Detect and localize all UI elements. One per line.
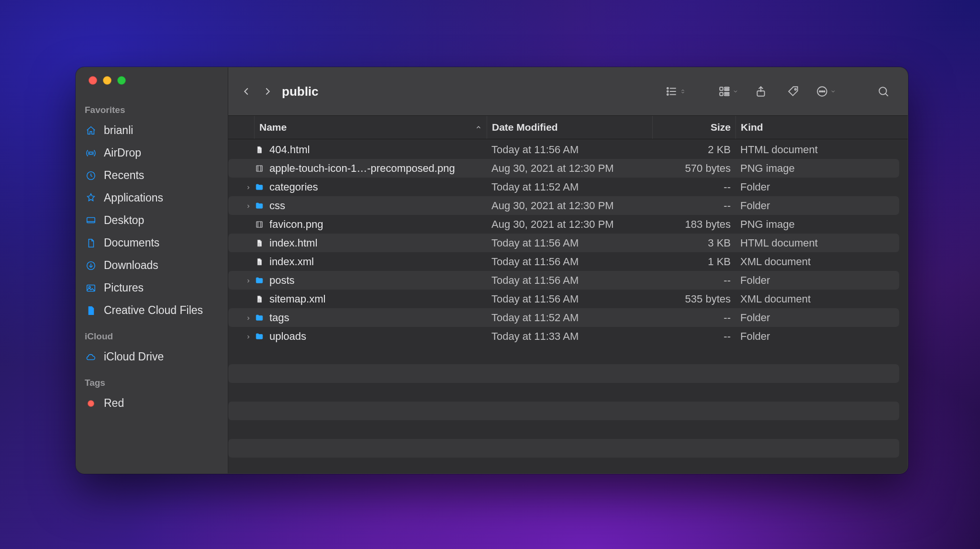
svg-rect-23 [256,222,262,227]
sidebar-item-icloud-drive[interactable]: iCloud Drive [76,346,228,368]
disclosure-triangle-icon[interactable] [245,330,251,343]
file-date: Today at 11:56 AM [487,293,652,305]
file-name: favicon.png [269,218,323,231]
sidebar-section-favorites-title: Favorites [76,101,228,119]
desktop: Favorites brianli AirDrop Recents Applic… [0,0,980,549]
svg-rect-9 [720,87,723,90]
file-row[interactable]: cssAug 30, 2021 at 12:30 PM--Folder [228,196,899,215]
file-date: Today at 11:56 AM [487,237,652,249]
file-size: -- [652,312,735,324]
file-row[interactable]: uploadsToday at 11:33 AM--Folder [228,327,899,346]
clock-icon [85,170,97,181]
image-file-icon [254,163,265,174]
folder-icon [254,313,265,323]
sidebar-item-tag-red[interactable]: Red [76,392,228,415]
file-kind: XML document [735,293,899,305]
file-kind: Folder [735,181,899,193]
sidebar-item-documents[interactable]: Documents [76,232,228,254]
file-name: posts [269,274,295,287]
sidebar: Favorites brianli AirDrop Recents Applic… [76,67,228,473]
sidebar-item-airdrop[interactable]: AirDrop [76,142,228,164]
svg-point-6 [667,88,668,89]
back-button[interactable] [236,81,257,102]
sidebar-section-icloud-title: iCloud [76,327,228,346]
file-row[interactable]: apple-touch-icon-1…-precomposed.pngAug 3… [228,159,899,178]
close-button[interactable] [89,76,97,85]
column-name[interactable]: Name [254,116,487,139]
file-size: 535 bytes [652,293,735,305]
document-file-icon [254,238,265,248]
window-title: public [282,84,319,99]
disclosure-triangle-icon[interactable] [245,200,251,212]
column-size[interactable]: Size [652,116,735,139]
sidebar-item-applications[interactable]: Applications [76,187,228,209]
file-row[interactable]: index.htmlToday at 11:56 AM3 KBHTML docu… [228,234,899,252]
empty-row [228,402,899,420]
file-row[interactable]: categoriesToday at 11:52 AM--Folder [228,178,899,196]
file-row[interactable]: favicon.pngAug 30, 2021 at 12:30 PM183 b… [228,215,899,234]
column-kind-label: Kind [741,122,763,133]
svg-rect-12 [720,92,723,96]
file-date: Today at 11:56 AM [487,144,652,156]
file-size: 570 bytes [652,162,735,175]
file-icon [85,305,97,316]
file-name: tags [269,312,290,324]
sidebar-item-creative-cloud[interactable]: Creative Cloud Files [76,299,228,322]
svg-point-18 [819,91,821,92]
sidebar-item-home[interactable]: brianli [76,119,228,142]
window-controls [76,76,228,85]
folder-icon [254,275,265,286]
cloud-icon [85,352,97,362]
sidebar-item-recents[interactable]: Recents [76,164,228,187]
svg-point-20 [824,91,825,92]
actions-button[interactable] [814,81,838,102]
file-size: -- [652,181,735,193]
zoom-button[interactable] [117,76,126,85]
column-date[interactable]: Date Modified [487,116,652,139]
document-file-icon [254,294,265,304]
disclosure-triangle-icon[interactable] [245,181,251,193]
sidebar-item-pictures[interactable]: Pictures [76,277,228,299]
file-name: index.html [269,237,317,249]
tags-button[interactable] [781,81,805,102]
file-row[interactable]: tagsToday at 11:52 AM--Folder [228,308,899,327]
svg-point-21 [879,87,886,94]
minimize-button[interactable] [103,76,111,85]
sidebar-item-label: Red [104,397,124,410]
file-row[interactable]: postsToday at 11:56 AM--Folder [228,271,899,290]
sidebar-item-label: AirDrop [104,146,141,159]
file-row[interactable]: 404.htmlToday at 11:56 AM2 KBHTML docume… [228,140,899,159]
disclosure-triangle-icon[interactable] [245,312,251,324]
sidebar-section-tags-title: Tags [76,374,228,392]
file-size: 3 KB [652,237,735,249]
sidebar-item-label: Recents [104,169,144,182]
file-row[interactable]: sitemap.xmlToday at 11:56 AM535 bytesXML… [228,290,899,308]
sidebar-item-label: Pictures [104,281,144,294]
sidebar-item-label: Applications [104,191,163,204]
sidebar-item-desktop[interactable]: Desktop [76,209,228,232]
file-date: Today at 11:52 AM [487,181,652,193]
file-name: categories [269,181,318,193]
home-icon [85,125,97,136]
svg-point-8 [667,94,668,95]
file-date: Aug 30, 2021 at 12:30 PM [487,218,652,231]
share-button[interactable] [749,81,773,102]
file-kind: XML document [735,256,899,268]
sidebar-item-downloads[interactable]: Downloads [76,254,228,277]
desktop-icon [85,215,97,226]
group-button[interactable] [716,81,740,102]
file-row[interactable]: index.xmlToday at 11:56 AM1 KBXML docume… [228,252,899,271]
tag-red-icon [85,398,97,409]
file-list: 404.htmlToday at 11:56 AM2 KBHTML docume… [228,139,908,473]
file-date: Today at 11:56 AM [487,256,652,268]
download-icon [85,260,97,271]
column-date-label: Date Modified [492,122,558,133]
view-list-button[interactable] [664,81,688,102]
sidebar-item-label: Downloads [104,259,158,272]
search-button[interactable] [871,81,895,102]
column-kind[interactable]: Kind [735,116,900,139]
svg-rect-14 [724,95,729,96]
forward-button[interactable] [257,81,278,102]
disclosure-triangle-icon[interactable] [245,274,251,287]
sort-ascending-icon [475,122,482,133]
